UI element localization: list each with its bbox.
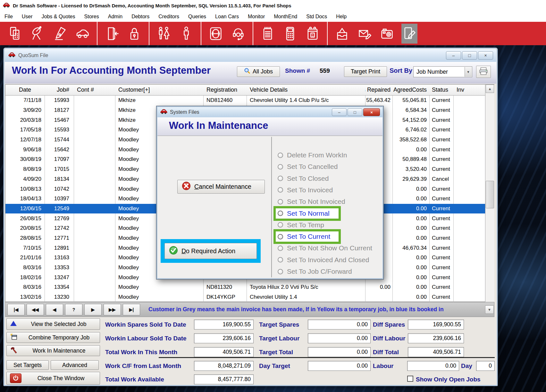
mail-edit-icon[interactable] [357,24,373,44]
combine-temporary-job-button[interactable]: Combine Temporary Job [6,332,100,343]
cell-date: 12/07/18 [5,135,45,145]
diff-spares-field[interactable]: 169,900.55 [408,320,464,329]
target-spares-field[interactable]: 0.00 [308,320,371,329]
nav-prev-button[interactable]: ◀ [46,304,63,315]
menu-debtors[interactable]: Debtors [127,14,154,20]
padlock-icon[interactable] [126,24,142,44]
table-row-13354[interactable]: 8/03/1613354MoodleyND811320Toyota Hilux … [5,282,485,292]
target-labour-field[interactable]: 0.00 [308,333,371,343]
scroll-down-button[interactable]: ▼ [485,305,494,314]
radio-option-set-to-not-show-on-current[interactable]: Set To Not Show On Current [276,243,375,253]
table-row-15993[interactable]: 7/11/1815993MkhizeND812460Chevrolet Util… [5,96,485,105]
menu-jobs-quotes[interactable]: Jobs & Quotes [37,14,80,20]
scrollbar-thumb[interactable] [486,181,494,208]
menu-admin[interactable]: Admin [104,14,127,20]
radio-option-set-to-invoiced[interactable]: Set To Invoiced [276,185,335,195]
nav-last-button[interactable]: ▶| [123,304,140,315]
page-title: Work In For Accounting Month September [12,65,211,76]
close-button[interactable]: × [478,51,493,60]
person-icon[interactable] [178,24,194,44]
dialog-title-bar[interactable]: System Files – □ × [157,107,382,117]
copy-cards-icon[interactable] [7,24,23,44]
man-woman-icon[interactable] [156,24,172,44]
advanced-button[interactable]: Advanced [51,360,99,370]
maximize-button[interactable]: □ [462,51,477,60]
workin-spares-field[interactable]: 169,900.55 [194,320,254,329]
menu-monthend[interactable]: MonthEnd [269,14,302,20]
total-available-field[interactable]: 8,457,777.80 [194,374,254,384]
cf-last-month-field[interactable]: 8,048,271.09 [194,361,254,371]
support-headset-icon[interactable] [230,24,246,44]
dialog-minimize-button[interactable]: – [332,108,347,116]
menu-help[interactable]: Help [332,14,351,20]
dialog-maximize-button[interactable]: □ [348,108,362,116]
chevron-down-icon[interactable]: ▼ [465,67,472,77]
menu-file[interactable]: File [0,14,17,20]
target-print-button[interactable]: Target Print [344,66,387,77]
nav-next-button[interactable]: ▶ [84,304,102,315]
all-jobs-button[interactable]: All Jobs [237,66,280,77]
set-targets-button[interactable]: Set Targets [6,360,49,370]
show-only-open-jobs-checkbox[interactable] [407,376,413,382]
menu-monitor[interactable]: Monitor [243,14,269,20]
cell-cont [74,154,115,164]
work-in-maintenance-button[interactable]: Work In Maintenance [6,345,100,356]
radio-option-set-to-invoiced-and-closed[interactable]: Set To Invoiced And Closed [276,255,372,265]
mail-tray-icon[interactable] [334,24,350,44]
diff-labour-field[interactable]: 239,606.16 [408,333,464,343]
labour-field[interactable]: 0.00 [407,361,459,371]
calculator-icon[interactable] [282,24,298,44]
camera-icon[interactable] [379,24,395,44]
radio-option-set-to-cancelled[interactable]: Set To Cancelled [276,162,340,172]
minimize-button[interactable]: – [446,51,461,60]
nav-next-page-button[interactable]: ▶▶ [104,304,121,315]
pen-icon[interactable] [52,24,68,44]
close-window-button[interactable]: Close The Window [6,372,100,385]
notepad-icon[interactable] [260,24,276,44]
radio-option-delete-from-workin[interactable]: Delete From WorkIn [276,150,350,160]
view-selected-job-button[interactable]: View the Selected Job [6,318,100,330]
menu-std-docs[interactable]: Std Docs [302,14,332,20]
workin-labour-field[interactable]: 239,606.16 [194,333,254,343]
menu-bar: FileUserJobs & QuotesStoresAdminDebtorsC… [0,11,546,22]
table-row-13230[interactable]: 13/02/1613230MoodleyDK14YKGPChevrolet Ut… [5,292,485,302]
radio-option-set-to-not-invoiced[interactable]: Set To Not Invoiced [276,196,348,207]
radio-option-set-to-temp[interactable]: Set To Temp [276,220,327,230]
satellite-dish-icon[interactable] [29,24,46,44]
nav-prev-page-button[interactable]: ◀◀ [27,304,44,315]
day-field[interactable]: 0 [476,361,495,371]
nav-first-button[interactable]: |◀ [7,304,25,315]
menu-queries[interactable]: Queries [184,14,211,20]
diff-total-field[interactable]: 409,506.71 [408,347,464,357]
target-total-field[interactable]: 0.00 [308,347,371,357]
monitor-sync-icon[interactable] [208,24,224,44]
cancel-maintenance-button[interactable]: Cancel Maintenance [177,180,265,194]
calendar-icon[interactable]: 1 [305,24,321,44]
cell-job: 15642 [45,145,74,154]
nav-help-button[interactable]: ? [65,304,82,315]
menu-loan-cars[interactable]: Loan Cars [211,14,243,20]
cell-date: 26/08/15 [5,213,45,223]
quosum-title-bar[interactable]: QuoSum File – □ × [5,49,496,62]
radio-option-set-to-job-c-forward[interactable]: Set To Job C/Forward [276,266,355,277]
menu-stores[interactable]: Stores [80,14,104,20]
document-edit-icon[interactable] [401,24,417,44]
radio-option-set-to-normal[interactable]: Set To Normal [276,208,339,219]
print-button[interactable] [476,66,491,78]
menu-creditors[interactable]: Creditors [154,14,184,20]
menu-user[interactable]: User [17,14,37,20]
total-month-field[interactable]: 409,506.71 [194,347,254,357]
day-target-field[interactable]: 0.00 [308,361,371,371]
check-icon [169,246,178,256]
radio-option-set-to-closed[interactable]: Set To Closed [276,173,331,184]
radio-option-set-to-current[interactable]: Set To Current [276,231,339,242]
sort-by-select[interactable]: Job Number ▼ [413,66,472,77]
cell-cont [74,292,115,302]
vertical-scrollbar[interactable]: ▲ [485,85,494,302]
do-required-action-button[interactable]: Do Required Action [164,243,257,259]
dialog-close-button[interactable]: × [363,108,380,116]
exit-door-icon[interactable] [104,24,120,44]
car-icon[interactable] [74,24,90,44]
scroll-up-button[interactable]: ▲ [486,85,494,93]
cell-date: 3/09/20 [5,105,45,115]
